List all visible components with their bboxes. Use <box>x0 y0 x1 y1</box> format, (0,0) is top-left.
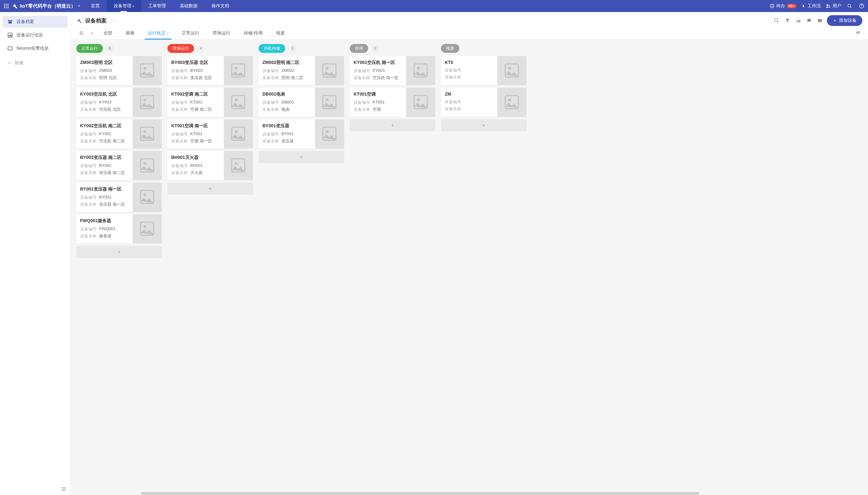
alert-icon <box>7 46 13 51</box>
filter-icon[interactable] <box>784 17 792 24</box>
nav-master-data[interactable]: 基础数据 <box>173 0 204 12</box>
stats-icon[interactable] <box>795 17 802 24</box>
device-card[interactable]: BY001变压器 南一区设备编号BY001设备名称变压器 南一区 <box>76 183 162 212</box>
field-label-name: 设备名称 <box>445 106 461 112</box>
field-label-code: 设备编号 <box>171 100 188 105</box>
user-button[interactable]: 用户 <box>825 3 841 9</box>
tab-normal[interactable]: 正常运行 <box>175 27 206 39</box>
device-card[interactable]: ZM002照明 南二区设备编号ZM002设备名称照明 南二区 <box>259 56 344 85</box>
field-value-code: BY002 <box>99 163 112 169</box>
tab-repair[interactable]: 待修/停用 <box>237 27 269 39</box>
svg-rect-19 <box>10 34 11 37</box>
workflow-button[interactable]: 工作流 <box>801 3 821 9</box>
field-value-name: 空调 <box>373 107 381 112</box>
card-body: BH001灭火器设备编号BH001设备名称灭火器 <box>168 151 224 180</box>
horizontal-scrollbar[interactable] <box>71 492 868 495</box>
card-title: KT001空调 南一区 <box>171 123 220 129</box>
svg-point-11 <box>829 5 830 6</box>
add-card-button[interactable]: ＋ <box>441 119 526 131</box>
refresh-icon[interactable] <box>853 29 862 38</box>
add-card-button[interactable]: ＋ <box>259 151 344 163</box>
apps-grid-icon[interactable] <box>2 2 11 11</box>
add-card-button[interactable]: ＋ <box>350 119 435 131</box>
field-label-code: 设备编号 <box>171 68 188 74</box>
device-card[interactable]: BH001灭火器设备编号BH001设备名称灭火器 <box>168 151 253 180</box>
tab-status[interactable]: 运行状态▾ <box>141 27 175 39</box>
tab-scrap[interactable]: 报废 <box>270 27 291 39</box>
add-card-button[interactable]: ＋ <box>168 183 253 195</box>
card-body: KT001空调 南一区设备编号KT001设备名称空调 南一区 <box>168 119 224 149</box>
device-card[interactable]: DB001电表设备编号DB001设备名称电表 <box>259 88 344 117</box>
sidebar-item-runtime-info[interactable]: 设备运行信息 <box>2 29 68 41</box>
tab-sick[interactable]: 带病运行 <box>206 27 237 39</box>
device-card[interactable]: KY002空压机 南二区设备编号KY002设备名称空压机 南二区 <box>76 119 162 149</box>
add-device-button[interactable]: ＋ 添加设备 <box>827 15 862 26</box>
page-title: 设备档案 <box>85 17 107 24</box>
column-status-pill[interactable]: 停用 <box>350 44 368 53</box>
field-value-code: BY001 <box>282 131 294 137</box>
svg-point-45 <box>235 162 238 165</box>
topnav: 首页 设备管理▾ 工单管理 基础数据 操作文档 <box>84 0 236 12</box>
device-card[interactable]: KT0设备编号设备名称 <box>441 56 526 85</box>
column-status-pill[interactable]: 带病运行 <box>168 44 194 53</box>
device-card[interactable]: FWQ001服务器设备编号FWQ001设备名称服务器 <box>76 214 162 243</box>
device-card[interactable]: KT001空调 南一区设备编号KT001设备名称空调 南一区 <box>168 119 253 149</box>
search-icon[interactable] <box>772 16 781 25</box>
device-card[interactable]: KY001空压机 南一区设备编号KY001设备名称空压机 南一区 <box>350 56 435 85</box>
todo-button[interactable]: 待办 99+ <box>769 3 797 9</box>
chevron-down-icon: ▾ <box>133 4 134 8</box>
comment-icon[interactable] <box>805 17 813 24</box>
search-icon[interactable] <box>846 2 853 10</box>
add-card-button[interactable]: ＋ <box>76 246 162 258</box>
card-thumbnail <box>133 88 162 117</box>
card-body: BY003变压器 北区设备编号BY003设备名称变压器 北区 <box>168 56 224 85</box>
device-card[interactable]: ZM003照明 北区设备编号ZM003设备名称照明 北区 <box>76 56 162 85</box>
svg-rect-20 <box>11 35 12 37</box>
list-view-icon[interactable] <box>76 28 86 39</box>
svg-point-35 <box>144 194 147 197</box>
svg-point-51 <box>326 131 329 133</box>
add-view-icon[interactable]: ＋ <box>87 27 97 39</box>
column-count: 2 <box>371 45 379 52</box>
sidebar-new-button[interactable]: ＋ 新建 <box>2 57 68 69</box>
nav-docs[interactable]: 操作文档 <box>204 0 236 12</box>
device-card[interactable]: KT001空调设备编号KT001设备名称空调 <box>350 88 435 117</box>
device-card[interactable]: ZM设备编号设备名称 <box>441 88 526 117</box>
workflow-label: 工作流 <box>807 3 821 9</box>
field-value-name: 变压器 南二区 <box>99 170 125 176</box>
device-card[interactable]: BY003变压器 北区设备编号BY003设备名称变压器 北区 <box>168 56 253 85</box>
device-card[interactable]: BY002变压器 南二区设备编号BY002设备名称变压器 南二区 <box>76 151 162 180</box>
field-label-code: 设备编号 <box>80 131 97 137</box>
device-card[interactable]: BY001变压器设备编号BY001设备名称变压器 <box>259 119 344 149</box>
svg-point-55 <box>417 99 420 102</box>
inbox-icon[interactable] <box>816 17 824 24</box>
chevron-down-icon[interactable] <box>78 4 81 7</box>
scrollbar-thumb[interactable] <box>141 492 699 495</box>
app-title[interactable]: IIoT零代码平台（明道云） <box>20 3 76 9</box>
column-status-pill[interactable]: 报废 <box>441 44 459 53</box>
svg-rect-1 <box>6 4 7 5</box>
column-status-pill[interactable]: 停机待修 <box>259 44 285 53</box>
nav-label: 基础数据 <box>180 3 198 9</box>
field-value-name: 空调 南二区 <box>190 107 212 112</box>
sidebar-item-device-archive[interactable]: 设备档案 <box>2 16 68 28</box>
help-icon[interactable] <box>858 2 866 10</box>
card-title: BY001变压器 南一区 <box>80 186 129 192</box>
kanban-board[interactable]: 正常运行6ZM003照明 北区设备编号ZM003设备名称照明 北区KY003空压… <box>71 39 868 492</box>
sidebar-collapse-button[interactable] <box>61 486 67 492</box>
nav-ticket-mgmt[interactable]: 工单管理 <box>141 0 173 12</box>
nav-device-mgmt[interactable]: 设备管理▾ <box>107 0 141 12</box>
field-label-name: 设备名称 <box>171 138 188 144</box>
column-status-pill[interactable]: 正常运行 <box>76 44 103 53</box>
device-card[interactable]: KY003空压机 北区设备编号KY003设备名称空压机 北区 <box>76 88 162 117</box>
card-thumbnail <box>497 56 526 85</box>
tab-gallery[interactable]: 画廊 <box>119 27 141 39</box>
more-icon[interactable]: ⋯ <box>111 18 116 23</box>
field-value-name: 电表 <box>282 107 290 112</box>
sidebar-item-neuron-alarm[interactable]: Neuron告警信息 <box>2 42 68 54</box>
nav-home[interactable]: 首页 <box>84 0 107 12</box>
svg-point-41 <box>235 99 238 102</box>
device-card[interactable]: KT002空调 南二区设备编号KT002设备名称空调 南二区 <box>168 88 253 117</box>
tab-all[interactable]: 全部 <box>97 27 119 39</box>
field-label-code: 设备编号 <box>354 68 370 74</box>
